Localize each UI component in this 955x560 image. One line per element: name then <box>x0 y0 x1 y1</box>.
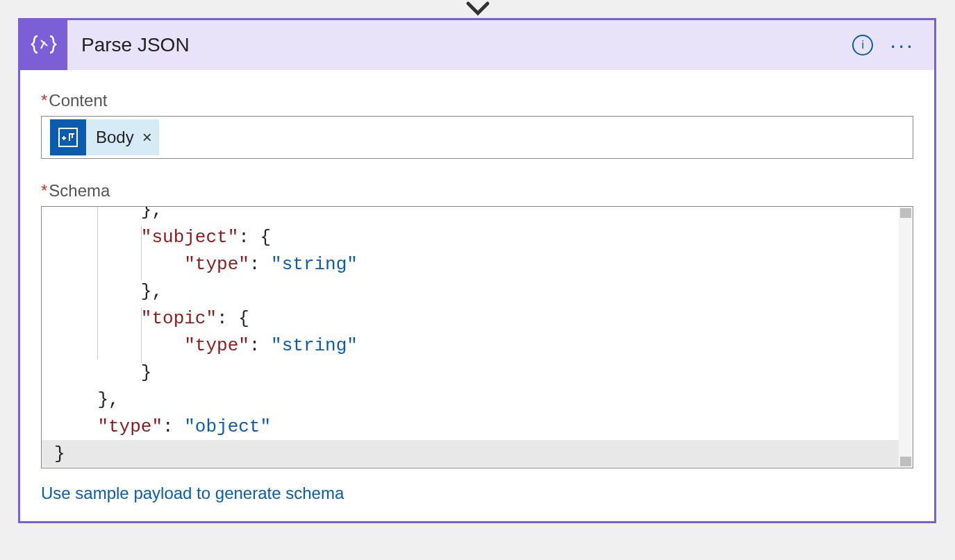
parse-json-card: Parse JSON i ··· *Content Body × *Schema <box>18 18 936 523</box>
schema-editor[interactable]: }, "subject": { "type": "string" }, "top… <box>41 206 913 468</box>
content-label: *Content <box>41 91 913 110</box>
card-title: Parse JSON <box>67 34 852 56</box>
more-options-icon[interactable]: ··· <box>890 42 915 49</box>
content-input[interactable]: Body × <box>41 116 913 159</box>
header-actions: i ··· <box>852 35 934 56</box>
card-header[interactable]: Parse JSON i ··· <box>20 20 934 70</box>
svg-rect-0 <box>59 128 77 146</box>
schema-label: *Schema <box>41 181 913 201</box>
token-remove-icon[interactable]: × <box>140 128 159 147</box>
http-body-icon <box>50 119 86 155</box>
schema-code[interactable]: }, "subject": { "type": "string" }, "top… <box>42 207 913 468</box>
body-token[interactable]: Body × <box>50 119 159 155</box>
token-label: Body <box>86 128 140 147</box>
info-icon[interactable]: i <box>852 35 873 56</box>
generate-schema-link[interactable]: Use sample payload to generate schema <box>41 484 344 503</box>
card-body: *Content Body × *Schema <box>20 70 934 521</box>
parse-json-icon <box>20 20 67 70</box>
